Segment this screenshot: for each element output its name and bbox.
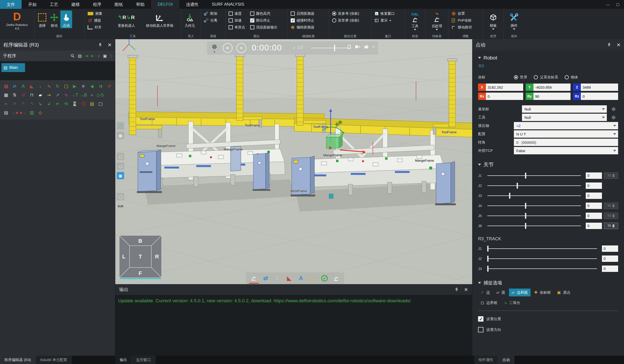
speed-slider-handle[interactable]	[334, 45, 335, 51]
subprogram-toolbar-icon[interactable]: ⇤	[91, 54, 94, 58]
set-position-checkbox[interactable]: 设置位置	[478, 316, 618, 322]
editor-toolbar-icon[interactable]: ▤	[88, 100, 96, 108]
edit-detector-button[interactable]: 编辑探测器	[290, 24, 315, 30]
confirm-icon[interactable]: ✓	[320, 273, 329, 283]
setting-gear-button[interactable]	[609, 105, 618, 113]
film-icon[interactable]	[364, 45, 369, 49]
snap-option-button[interactable]: ▱ 边和面	[509, 289, 531, 296]
postprocess-button[interactable]: ↷ 后处理	[430, 11, 444, 31]
editor-toolbar-icon[interactable]: ⇝	[45, 91, 53, 99]
select-frame-icon[interactable]: ▢	[308, 273, 318, 283]
viewport-tool-button[interactable]: SUB	[117, 203, 124, 210]
settings-button[interactable]: 设置	[450, 11, 473, 17]
editor-toolbar-icon[interactable]: ◣	[28, 82, 36, 91]
panel-tab[interactable]: 程序编辑器 (R3)	[0, 356, 36, 364]
joint-slider-handle[interactable]	[487, 266, 489, 272]
detach-button[interactable]: 分离	[203, 17, 218, 23]
snap-option-button[interactable]: ✓ 边	[478, 289, 493, 296]
geometry-button[interactable]: 几何元	[183, 11, 197, 28]
menu-item[interactable]: 工艺	[43, 0, 65, 9]
editor-toolbar-icon[interactable]: ↗	[53, 91, 62, 99]
snap-option-button[interactable]: ▣ 原点	[554, 289, 573, 296]
to-world-radio[interactable]: 至世界 (坐标)	[331, 17, 360, 23]
joint-t0-spinner[interactable]: T0	[604, 203, 618, 209]
editor-toolbar-icon[interactable]: ▤	[2, 82, 10, 91]
stop-on-collision-checkbox[interactable]: 碰撞时停止	[290, 17, 315, 23]
joint-slider[interactable]	[487, 222, 581, 229]
editor-toolbar-icon[interactable]: ↵	[53, 100, 62, 108]
select-button[interactable]: 选择	[36, 11, 48, 28]
snap-option-button[interactable]: ◻ 边界框	[478, 299, 500, 307]
color-highlight-checkbox[interactable]: 颜色高亮	[249, 11, 278, 17]
restore-window-button[interactable]: 恢复窗口	[374, 11, 396, 17]
editor-toolbar-icon[interactable]: ⟲	[62, 100, 70, 108]
editor-toolbar-icon[interactable]: ▶	[71, 82, 79, 91]
joint-t0-spinner[interactable]: T0	[604, 172, 618, 179]
viewport-tool-button[interactable]: ⤢	[117, 122, 124, 130]
joint-slider[interactable]	[487, 202, 581, 209]
editor-toolbar-icon[interactable]: ◀	[88, 82, 96, 91]
joint-t0-spinner[interactable]: T0	[604, 213, 618, 219]
joint-slider-handle[interactable]	[487, 256, 489, 262]
pnp-frame-button[interactable]: PnP坐标	[450, 17, 473, 23]
joints-section-header[interactable]: 关节	[478, 161, 618, 168]
align-button[interactable]: 对齐	[87, 24, 112, 30]
pin-icon[interactable]	[98, 43, 102, 47]
editor-toolbar-icon[interactable]: ▰	[36, 91, 44, 99]
view-cube[interactable]: B L T R F	[118, 234, 163, 279]
pose-value-input[interactable]: 3489	[581, 84, 618, 91]
editor-toolbar-icon[interactable]: ↺	[19, 91, 27, 99]
joint-value-input[interactable]: 0	[586, 193, 602, 199]
joint-slider-handle[interactable]	[525, 203, 526, 209]
joint-slider[interactable]	[487, 245, 597, 252]
update-message[interactable]: Update available. Current version: 4.5.0…	[115, 295, 472, 306]
menu-item[interactable]: DELFOI	[151, 0, 179, 9]
panel-tab[interactable]: 监控窗口	[132, 356, 156, 364]
robot-program-icon[interactable]	[249, 273, 259, 284]
tool-calibration-button[interactable]: CAL 工具	[410, 11, 420, 31]
editor-toolbar-icon[interactable]: →T	[71, 91, 79, 99]
joint-slider[interactable]	[487, 192, 581, 199]
viewport-tool-button[interactable]: ▣	[117, 172, 124, 179]
3d-viewport[interactable]: 点动 ToolFrame MangeFrame ToolFrame MangeF…	[115, 39, 472, 284]
robot-section-header[interactable]: Robot	[478, 55, 618, 61]
joint-slider[interactable]	[487, 172, 581, 179]
move-path-button[interactable]: 移动路径	[450, 24, 473, 30]
move-button[interactable]: 移动	[48, 11, 60, 28]
snap-option-button[interactable]: ✚ 坐标框	[532, 289, 553, 296]
viewport-tool-button[interactable]: ◯	[117, 193, 124, 200]
restore-window-icon[interactable]: ▢	[616, 2, 620, 7]
joint-slider[interactable]	[487, 182, 581, 189]
coord-radio[interactable]: 世界	[514, 75, 527, 80]
editor-toolbar-icon[interactable]: ↱	[19, 100, 27, 108]
viewport-tool-button[interactable]: ▢	[117, 153, 124, 160]
editor-toolbar-icon[interactable]: ◇	[36, 109, 44, 117]
editor-toolbar-icon[interactable]: ⟳	[11, 100, 19, 108]
menu-item[interactable]: 帮助	[130, 0, 151, 9]
coord-radio[interactable]: 父系坐标系	[534, 75, 558, 80]
editor-toolbar-icon[interactable]: ↲	[45, 100, 53, 108]
joint-t0-spinner[interactable]: T0	[604, 223, 618, 229]
speed-checkbox[interactable]: 速度	[228, 11, 249, 17]
editor-toolbar-icon[interactable]: ⇄	[11, 82, 19, 91]
editor-toolbar-icon[interactable]: →●	[11, 109, 19, 117]
editor-toolbar-icon[interactable]: Ⓢ	[79, 100, 87, 108]
text-label-icon[interactable]: A	[296, 273, 306, 283]
editor-toolbar-icon[interactable]: ∿	[45, 82, 53, 91]
joint-value-input[interactable]: 0	[586, 213, 602, 219]
pin-icon[interactable]	[455, 288, 459, 292]
editor-toolbar-icon[interactable]: ▦	[2, 91, 10, 99]
enable-detector-checkbox[interactable]: 启用探测器	[290, 11, 315, 17]
coord-radio[interactable]: 物体	[565, 75, 578, 80]
panel-tab[interactable]: 输出	[115, 356, 132, 364]
setting-dropdown[interactable]: 0 (000000)	[514, 139, 618, 146]
setting-dropdown[interactable]: Null	[522, 114, 607, 121]
joint-slider-handle[interactable]	[525, 223, 526, 229]
message-panel-output-checkbox[interactable]: 消息面板输出	[249, 24, 278, 30]
editor-toolbar-icon[interactable]: ●→	[19, 109, 27, 117]
setting-dropdown[interactable]: +Z	[514, 122, 618, 129]
editor-toolbar-icon[interactable]: ⇅	[11, 91, 19, 99]
measure-button[interactable]: 测量	[87, 11, 112, 17]
setting-dropdown[interactable]: False	[514, 147, 618, 154]
editor-toolbar-icon[interactable]: ▢	[96, 100, 104, 108]
